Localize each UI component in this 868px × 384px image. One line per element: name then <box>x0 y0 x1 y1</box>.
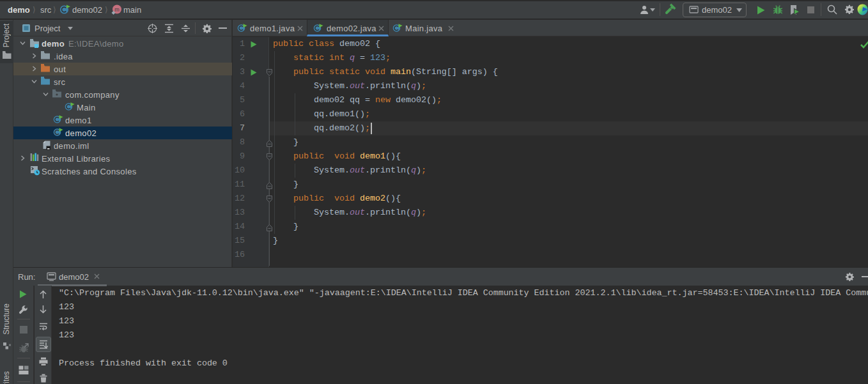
svg-text:m: m <box>114 6 120 13</box>
